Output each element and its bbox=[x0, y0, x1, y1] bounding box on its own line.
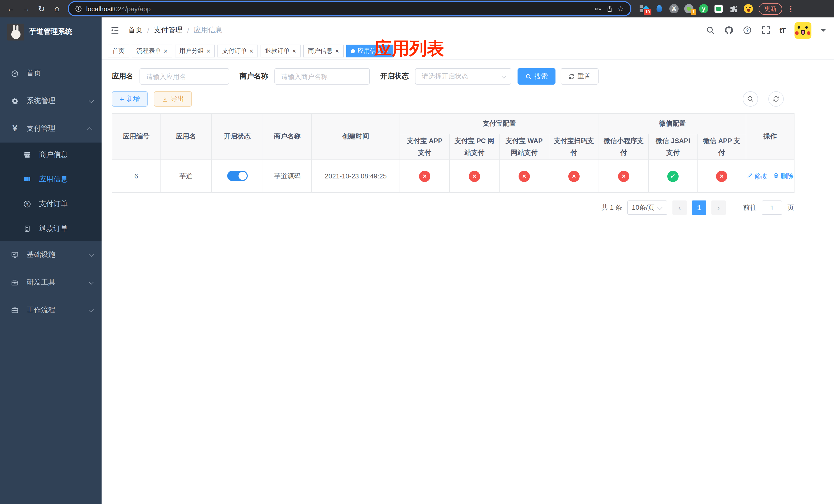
tab-label: 商户信息 bbox=[308, 47, 333, 55]
browser-reload-button[interactable]: ↻ bbox=[35, 2, 48, 15]
info-icon[interactable] bbox=[75, 5, 82, 12]
extensions-puzzle-icon[interactable] bbox=[729, 4, 738, 13]
tab-home[interactable]: 首页 bbox=[108, 45, 129, 58]
sidebar-item-label: 系统管理 bbox=[27, 96, 82, 106]
tab-refund-order[interactable]: 退款订单× bbox=[261, 45, 301, 58]
prev-page-button[interactable]: ‹ bbox=[673, 201, 687, 215]
target-extension-icon[interactable]: 1 bbox=[684, 4, 694, 13]
sidebar-item-refund-order[interactable]: 退款订单 bbox=[0, 216, 102, 241]
sidebar-item-pay-order[interactable]: ¥支付订单 bbox=[0, 192, 102, 216]
sidebar-item-merchant-info[interactable]: 商户信息 bbox=[0, 142, 102, 167]
tab-merchant-info[interactable]: 商户信息× bbox=[303, 45, 344, 58]
plus-icon: + bbox=[119, 95, 124, 103]
page-number-button[interactable]: 1 bbox=[692, 201, 706, 215]
chrome-update-button[interactable]: 更新 bbox=[759, 3, 782, 15]
sidebar-item-label: 退款订单 bbox=[39, 224, 94, 233]
sidebar-item-workflow[interactable]: 工作流程 bbox=[0, 296, 102, 324]
status-select[interactable]: 请选择开启状态 bbox=[415, 68, 511, 85]
sidebar-item-payment-management[interactable]: ¥支付管理 bbox=[0, 115, 102, 142]
close-icon[interactable]: × bbox=[292, 48, 296, 54]
profile-avatar-icon[interactable] bbox=[744, 4, 753, 13]
sidebar-item-home[interactable]: 首页 bbox=[0, 60, 102, 87]
gear-icon bbox=[10, 96, 20, 106]
merchant-name-label: 商户名称 bbox=[240, 72, 268, 81]
close-icon[interactable]: × bbox=[249, 48, 253, 54]
blocker-extension-icon[interactable]: 10 bbox=[640, 4, 649, 13]
bookmark-star-icon[interactable]: ☆ bbox=[617, 4, 624, 13]
svg-text:?: ? bbox=[746, 28, 749, 33]
browser-home-button[interactable]: ⌂ bbox=[50, 2, 64, 15]
yuque-extension-icon[interactable]: y bbox=[699, 4, 708, 13]
tab-label: 首页 bbox=[112, 47, 125, 55]
sidebar-item-infrastructure[interactable]: 基础设施 bbox=[0, 241, 102, 269]
share-icon[interactable] bbox=[606, 5, 613, 13]
add-button[interactable]: + 新增 bbox=[112, 91, 148, 107]
github-icon[interactable] bbox=[724, 26, 733, 35]
cell-pay-status: × bbox=[499, 160, 549, 192]
sidebar: 芋道管理系统 首页系统管理¥支付管理商户信息应用信息¥支付订单退款订单基础设施研… bbox=[0, 18, 102, 504]
help-icon[interactable]: ? bbox=[743, 26, 752, 35]
cell-pay-status: × bbox=[449, 160, 499, 192]
browser-forward-button[interactable]: → bbox=[20, 2, 33, 15]
search-button[interactable]: 搜索 bbox=[518, 68, 555, 85]
sidebar-item-dev-tools[interactable]: 研发工具 bbox=[0, 269, 102, 296]
extension-badge: 10 bbox=[644, 9, 652, 15]
delete-link[interactable]: 删除 bbox=[773, 171, 794, 181]
close-icon[interactable]: × bbox=[335, 48, 339, 54]
browser-toolbar: ← → ↻ ⌂ localhost:1024/pay/app ☆ 10 ⌘ bbox=[0, 0, 834, 18]
column-header: 商户名称 bbox=[263, 114, 312, 160]
cell-pay-status: ✓ bbox=[649, 160, 697, 192]
goto-page-input[interactable] bbox=[762, 201, 782, 215]
chat-extension-icon[interactable] bbox=[714, 4, 723, 13]
tab-user-group[interactable]: 用户分组× bbox=[175, 45, 215, 58]
user-avatar[interactable] bbox=[794, 22, 811, 39]
command-extension-icon[interactable]: ⌘ bbox=[670, 4, 679, 13]
navbar: 首页/支付管理/应用信息 ? tT bbox=[102, 18, 834, 43]
next-page-button[interactable]: › bbox=[711, 201, 726, 215]
download-icon bbox=[161, 96, 168, 102]
submenu: 商户信息应用信息¥支付订单退款订单 bbox=[0, 142, 102, 241]
close-icon[interactable]: × bbox=[163, 48, 168, 54]
merchant-name-input[interactable] bbox=[275, 68, 370, 85]
close-icon[interactable]: × bbox=[206, 48, 210, 54]
tab-label: 退款订单 bbox=[265, 47, 290, 55]
balloon-extension-icon[interactable] bbox=[655, 4, 664, 13]
toggle-search-button[interactable] bbox=[743, 91, 758, 107]
goto-label: 前往 bbox=[743, 203, 756, 212]
browser-menu-icon[interactable] bbox=[788, 5, 793, 12]
reset-button[interactable]: 重置 bbox=[561, 68, 598, 85]
cell-pay-status: × bbox=[697, 160, 746, 192]
column-header: 支付宝 APP 支付 bbox=[400, 134, 449, 160]
page-size-select[interactable]: 10条/页 bbox=[627, 201, 667, 215]
password-key-icon[interactable] bbox=[594, 5, 601, 13]
browser-back-button[interactable]: ← bbox=[4, 2, 18, 15]
export-button[interactable]: 导出 bbox=[154, 91, 192, 107]
cross-icon: × bbox=[568, 170, 579, 182]
sidebar-item-label: 研发工具 bbox=[27, 278, 82, 287]
sidebar-fold-icon[interactable] bbox=[110, 25, 120, 36]
refresh-button[interactable] bbox=[768, 91, 784, 107]
app-name-input[interactable] bbox=[139, 68, 229, 85]
sidebar-item-app-info[interactable]: 应用信息 bbox=[0, 167, 102, 192]
group-header: 支付宝配置 bbox=[400, 114, 599, 134]
fullscreen-icon[interactable] bbox=[761, 26, 770, 35]
content: 应用名 商户名称 开启状态 请选择开启状态 搜索 bbox=[102, 60, 796, 215]
svg-text:¥: ¥ bbox=[26, 202, 28, 206]
breadcrumb-item[interactable]: 支付管理 bbox=[154, 26, 182, 35]
header-search-icon[interactable] bbox=[706, 26, 715, 35]
cell-created: 2021-10-23 08:49:25 bbox=[312, 160, 400, 192]
font-size-icon[interactable]: tT bbox=[780, 26, 785, 35]
edit-link[interactable]: 修改 bbox=[747, 171, 768, 181]
enabled-toggle[interactable] bbox=[227, 171, 247, 181]
column-header: 微信 JSAPI 支付 bbox=[649, 134, 697, 160]
cell-pay-status: × bbox=[549, 160, 599, 192]
address-bar[interactable]: localhost:1024/pay/app ☆ bbox=[69, 2, 630, 15]
tab-process-form[interactable]: 流程表单× bbox=[132, 45, 172, 58]
caret-down-icon[interactable] bbox=[821, 29, 826, 34]
tab-pay-order[interactable]: 支付订单× bbox=[218, 45, 258, 58]
sidebar-item-system-management[interactable]: 系统管理 bbox=[0, 87, 102, 115]
column-header: 支付宝扫码支付 bbox=[549, 134, 599, 160]
tab-label: 用户分组 bbox=[179, 47, 204, 55]
breadcrumb-item[interactable]: 首页 bbox=[128, 26, 142, 35]
dashboard-icon bbox=[10, 69, 20, 78]
